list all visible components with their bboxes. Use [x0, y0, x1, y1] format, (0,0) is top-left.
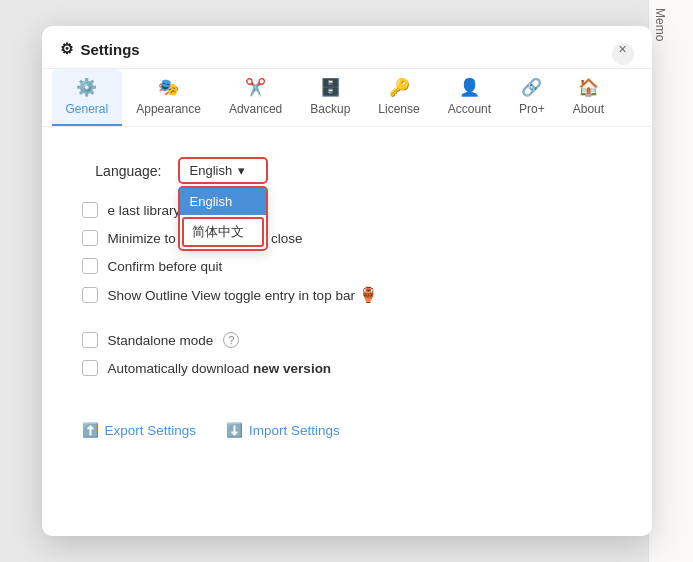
memo-sidebar: Memo — [648, 0, 693, 562]
checkbox-auto-download-label: Automatically download new version — [108, 361, 332, 376]
settings-content: Language: English ▾ English 简体中文 e last … — [42, 127, 652, 408]
settings-icon: ⚙ — [60, 40, 73, 58]
spacer — [82, 316, 612, 332]
memo-label: Memo — [653, 8, 667, 41]
tab-account[interactable]: 👤 Account — [434, 69, 505, 126]
pro-icon: 🔗 — [521, 77, 542, 98]
tab-appearance[interactable]: 🎭 Appearance — [122, 69, 215, 126]
language-selected-text: English — [190, 163, 233, 178]
general-icon: ⚙️ — [76, 77, 97, 98]
tab-backup[interactable]: 🗄️ Backup — [296, 69, 364, 126]
export-settings-label: Export Settings — [105, 423, 197, 438]
checkbox-standalone-label: Standalone mode — [108, 333, 214, 348]
tab-general-label: General — [66, 102, 109, 116]
tab-account-label: Account — [448, 102, 491, 116]
settings-dialog: ⚙ Settings × ⚙️ General 🎭 Appearance ✂️ … — [42, 26, 652, 536]
checkbox-standalone: Standalone mode ? — [82, 332, 612, 348]
tab-about-label: About — [573, 102, 604, 116]
checkbox-outline-view-label: Show Outline View toggle entry in top ba… — [108, 286, 378, 304]
tab-general[interactable]: ⚙️ General — [52, 69, 123, 126]
backup-icon: 🗄️ — [320, 77, 341, 98]
advanced-icon: ✂️ — [245, 77, 266, 98]
checkbox-confirm-quit-label: Confirm before quit — [108, 259, 223, 274]
dialog-title: ⚙ Settings — [60, 40, 140, 68]
tab-advanced-label: Advanced — [229, 102, 282, 116]
checkbox-minimize-tray: Minimize to system tray on close — [82, 230, 612, 246]
license-icon: 🔑 — [389, 77, 410, 98]
import-icon: ⬇️ — [226, 422, 243, 438]
tab-pro-label: Pro+ — [519, 102, 545, 116]
tabs-bar: ⚙️ General 🎭 Appearance ✂️ Advanced 🗄️ B… — [42, 69, 652, 127]
about-icon: 🏠 — [578, 77, 599, 98]
new-version-bold: new version — [253, 361, 331, 376]
tab-appearance-label: Appearance — [136, 102, 201, 116]
tab-about[interactable]: 🏠 About — [559, 69, 618, 126]
chevron-down-icon: ▾ — [238, 163, 245, 178]
account-icon: 👤 — [459, 77, 480, 98]
language-dropdown: English 简体中文 — [178, 186, 268, 251]
checkbox-standalone-input[interactable] — [82, 332, 98, 348]
checkbox-outline-view: Show Outline View toggle entry in top ba… — [82, 286, 612, 304]
tab-pro[interactable]: 🔗 Pro+ — [505, 69, 559, 126]
checkbox-auto-download-input[interactable] — [82, 360, 98, 376]
checkbox-minimize-tray-input[interactable] — [82, 230, 98, 246]
bottom-actions-row: ⬆️ Export Settings ⬇️ Import Settings — [42, 408, 652, 438]
tab-license-label: License — [378, 102, 419, 116]
checkbox-last-library-input[interactable] — [82, 202, 98, 218]
language-select-wrapper: English ▾ English 简体中文 — [178, 157, 268, 184]
import-settings-link[interactable]: ⬇️ Import Settings — [226, 422, 340, 438]
checkbox-confirm-quit-input[interactable] — [82, 258, 98, 274]
tab-backup-label: Backup — [310, 102, 350, 116]
lang-option-chinese[interactable]: 简体中文 — [182, 217, 264, 247]
close-button[interactable]: × — [612, 43, 634, 65]
language-label: Language: — [82, 163, 162, 179]
export-settings-link[interactable]: ⬆️ Export Settings — [82, 422, 197, 438]
flask-icon: 🏺 — [359, 286, 378, 303]
tab-advanced[interactable]: ✂️ Advanced — [215, 69, 296, 126]
lang-option-english[interactable]: English — [180, 188, 266, 215]
language-row: Language: English ▾ English 简体中文 — [82, 157, 612, 184]
tab-license[interactable]: 🔑 License — [364, 69, 433, 126]
question-icon[interactable]: ? — [223, 332, 239, 348]
dialog-header: ⚙ Settings × — [42, 26, 652, 69]
checkbox-auto-download: Automatically download new version — [82, 360, 612, 376]
export-icon: ⬆️ — [82, 422, 99, 438]
checkbox-outline-view-input[interactable] — [82, 287, 98, 303]
appearance-icon: 🎭 — [158, 77, 179, 98]
dialog-title-text: Settings — [81, 41, 140, 58]
import-settings-label: Import Settings — [249, 423, 340, 438]
language-select-button[interactable]: English ▾ — [178, 157, 268, 184]
checkbox-last-library: e last library on startup — [82, 202, 612, 218]
checkbox-confirm-quit: Confirm before quit — [82, 258, 612, 274]
